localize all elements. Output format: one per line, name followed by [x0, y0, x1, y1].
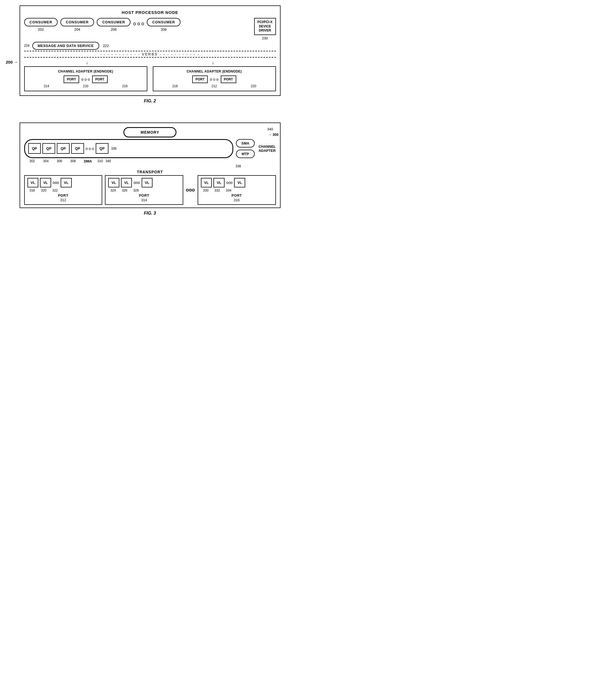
vl-328: VL [142, 178, 153, 188]
port-314-vl-row: VL VL ooo VL [108, 178, 180, 188]
vl-324: VL [108, 178, 119, 188]
consumer-206-pill: CONSUMER [97, 18, 130, 26]
qp-310: QP [96, 143, 109, 154]
pci-line2: DEVICE [258, 24, 273, 29]
qp-section: QP QP QP QP o o o QP 336 [24, 139, 234, 158]
consumer-202-group: CONSUMER 202 [24, 18, 58, 31]
transport-label: TRANSPORT [24, 170, 276, 174]
consumer-206-num: 206 [111, 27, 117, 31]
port-314-section: VL VL ooo VL 324 326 328 PORT 314 [105, 175, 183, 205]
vl-322: VL [61, 178, 72, 188]
vl-326: VL [121, 178, 132, 188]
fig2-adapters-row: CHANNEL ADAPTER (ENDNODE) PORT o o o POR… [24, 66, 276, 91]
port-316-dots: ooo [226, 180, 233, 185]
vl-num-330: 330 [201, 189, 211, 192]
port-314-label: PORT [108, 193, 180, 198]
vl-num-322: 322 [50, 189, 60, 192]
adapter-1-num-214: 214 [44, 84, 49, 88]
vl-num-318: 318 [27, 189, 37, 192]
consumer-dots: o o o [133, 21, 144, 27]
port-314-vl-nums: 324 326 328 [108, 189, 180, 192]
port-314-num: 314 [108, 198, 180, 202]
consumer-204-num: 204 [74, 27, 80, 31]
port-312-dots: ooo [53, 180, 59, 185]
pci-num: 230 [262, 36, 268, 40]
label-200: 200 → [6, 60, 18, 65]
mds-pill: MESSAGE AND DATA SERVICE [32, 42, 99, 50]
consumer-208-group: CONSUMER 208 [147, 18, 181, 31]
port-312-section: VL VL ooo VL 318 320 322 PORT 312 [24, 175, 102, 205]
consumer-202-num: 202 [38, 27, 44, 31]
vl-num-334: 334 [224, 189, 234, 192]
qp-num-306: 306 [57, 159, 62, 163]
mds-row: 224 MESSAGE AND DATA SERVICE 222 [24, 42, 276, 50]
fig2-title: HOST PROCESSOR NODE [24, 10, 276, 15]
adapter-1-num-216: 216 [122, 84, 127, 88]
consumer-204-group: CONSUMER 204 [61, 18, 94, 31]
down-arrows-row: ↓ ↓ [24, 60, 276, 65]
adapter-1-ports-row: PORT o o o PORT [28, 76, 144, 83]
adapter-2-port-2: PORT [221, 76, 236, 83]
adapter-2-ports-row: PORT o o o PORT [157, 76, 272, 83]
channel-adapter-label: CHANNELADAPTER [259, 139, 276, 158]
dma-label: DMA [84, 159, 92, 163]
port-316-vl-nums: 330 332 334 [201, 189, 273, 192]
sma-mtp-col: SMA MTP [236, 139, 255, 158]
adapter-2-num-220: 220 [251, 84, 256, 88]
adapter-2-title: CHANNEL ADAPTER (ENDNODE) [157, 70, 272, 73]
adapter-1-port-2: PORT [92, 76, 107, 83]
fig2-caption: FIG. 2 [20, 99, 281, 103]
fig3-ports-section: VL VL ooo VL 318 320 322 PORT 312 VL VL [24, 175, 276, 205]
consumer-206-group: CONSUMER 206 [97, 18, 130, 31]
mds-num-label: 224 [24, 44, 30, 48]
port-316-label: PORT [201, 193, 273, 198]
port-312-num: 312 [27, 198, 99, 202]
consumer-202-pill: CONSUMER [24, 18, 58, 26]
num-222: 222 [103, 44, 109, 48]
adapter-2-dots: o o o [210, 77, 218, 81]
vl-334: VL [234, 178, 245, 188]
adapter-1-box: CHANNEL ADAPTER (ENDNODE) PORT o o o POR… [24, 66, 147, 91]
port-312-label: PORT [27, 193, 99, 198]
consumer-208-num: 208 [161, 27, 167, 31]
adapter-1-port-1: PORT [64, 76, 79, 83]
vl-num-326: 326 [120, 189, 129, 192]
qp-302: QP [28, 143, 41, 154]
qp-num-308: 308 [70, 159, 76, 163]
memory-pill: MEMORY [123, 127, 176, 138]
adapter-2-num-212: 212 [212, 84, 217, 88]
adapter-2-port-labels: 218 212 220 [157, 84, 272, 88]
adapter-2-port-1: PORT [192, 76, 208, 83]
port-312-vl-nums: 318 320 322 [27, 189, 99, 192]
port-314-dots: ooo [134, 180, 140, 185]
mtp-pill: MTP [236, 150, 255, 158]
port-312-vl-row: VL VL ooo VL [27, 178, 99, 188]
vl-330: VL [201, 178, 212, 188]
fig3-memory-row: MEMORY 340 → 300 [24, 127, 276, 138]
verbs-row: - - - - - - - - - - - VERBS - - - - - - … [24, 51, 276, 57]
port-316-section: VL VL ooo VL 330 332 334 PORT 316 [198, 175, 276, 205]
vl-318: VL [27, 178, 39, 188]
vl-332: VL [213, 178, 224, 188]
adapter-1-title: CHANNEL ADAPTER (ENDNODE) [28, 70, 144, 73]
port-316-vl-row: VL VL ooo VL [201, 178, 273, 188]
ref-340-top: 340 [267, 127, 273, 131]
sma-pill: SMA [236, 139, 255, 148]
fig2-diagram-box: HOST PROCESSOR NODE CONSUMER 202 CONSUME… [20, 5, 281, 96]
vl-num-320: 320 [39, 189, 49, 192]
fig2-top-section: CONSUMER 202 CONSUMER 204 CONSUMER 206 o… [24, 18, 276, 40]
qp-num-310: 310 [97, 159, 103, 163]
qp-306: QP [57, 143, 70, 154]
qp-308: QP [71, 143, 84, 154]
ref-340b: 340 [105, 159, 111, 163]
fig2-consumers-block: CONSUMER 202 CONSUMER 204 CONSUMER 206 o… [24, 18, 181, 31]
fig3-caption: FIG. 3 [20, 211, 281, 216]
pci-line1: PCI/PCI-X [258, 20, 273, 24]
adapter-2-num-218: 218 [172, 84, 178, 88]
pci-device-driver-box: PCI/PCI-X DEVICE DRIVER [254, 18, 276, 35]
adapter-1-port-labels: 214 210 216 [28, 84, 144, 88]
qp-num-302: 302 [30, 159, 35, 163]
qp-dots: o o o [86, 146, 94, 151]
pci-device-driver-group: PCI/PCI-X DEVICE DRIVER 230 [254, 18, 276, 40]
port-mid-dots: ooo [186, 175, 195, 205]
